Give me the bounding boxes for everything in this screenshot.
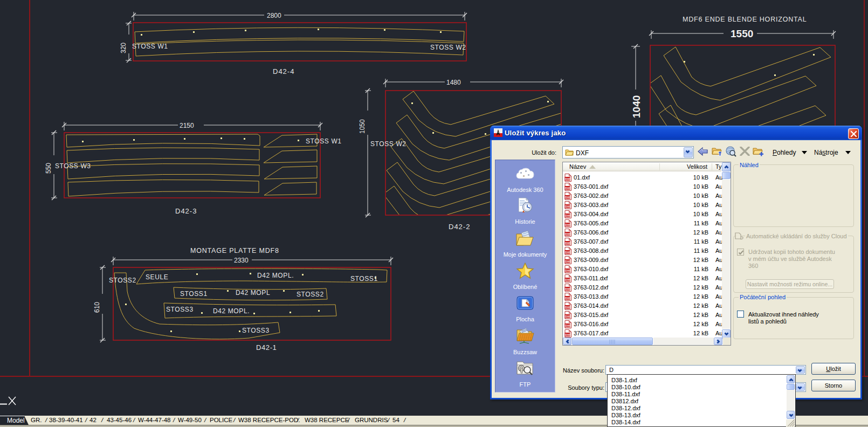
svg-text:2330: 2330 [234, 257, 249, 264]
svg-text:D42 MOPL: D42 MOPL [236, 289, 270, 297]
svg-text:MDF6 ENDE BLENDE HORIZONTAL: MDF6 ENDE BLENDE HORIZONTAL [683, 16, 807, 23]
svg-text:D42-1: D42-1 [256, 343, 277, 352]
svg-text:1550: 1550 [731, 28, 753, 39]
svg-text:STOSS3: STOSS3 [242, 327, 270, 334]
svg-text:320: 320 [120, 43, 127, 53]
svg-text:STOSS2: STOSS2 [297, 291, 324, 298]
svg-text:STOSS W3: STOSS W3 [55, 162, 91, 170]
svg-text:STOSS1: STOSS1 [350, 275, 378, 283]
svg-text:D42-3: D42-3 [175, 207, 197, 215]
svg-text:STOSS W1: STOSS W1 [132, 43, 168, 50]
svg-text:STOSS W1: STOSS W1 [306, 137, 342, 145]
svg-text:SEULE: SEULE [146, 273, 168, 281]
svg-text:D42-2: D42-2 [449, 223, 470, 231]
svg-text:2800: 2800 [267, 12, 281, 19]
svg-text:1480: 1480 [446, 79, 461, 86]
svg-text:D42-4: D42-4 [273, 67, 294, 75]
svg-text:D42 MOPL.: D42 MOPL. [213, 307, 250, 315]
svg-text:STOSS3: STOSS3 [166, 306, 194, 313]
svg-text:2150: 2150 [180, 122, 194, 129]
svg-text:1040: 1040 [631, 95, 642, 118]
svg-text:MONTAGE PLATTE MDF8: MONTAGE PLATTE MDF8 [190, 247, 279, 254]
svg-text:550: 550 [45, 163, 52, 174]
svg-text:D42 MOPL.: D42 MOPL. [257, 272, 294, 279]
svg-text:STOSS1: STOSS1 [180, 290, 208, 298]
svg-text:610: 610 [93, 302, 101, 313]
svg-text:STOSS W2: STOSS W2 [370, 140, 407, 148]
svg-text:STOSS W2: STOSS W2 [430, 44, 466, 51]
svg-text:STOSS2: STOSS2 [109, 277, 136, 284]
svg-text:1050: 1050 [359, 119, 366, 134]
